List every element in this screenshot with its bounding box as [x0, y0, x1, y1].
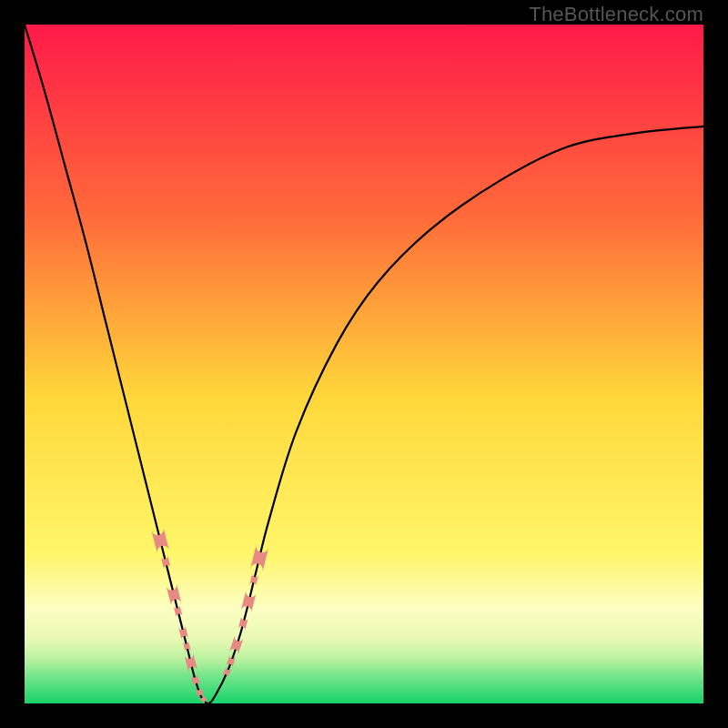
- chart-frame: TheBottleneck.com: [0, 0, 728, 728]
- plot-area: [25, 25, 703, 703]
- watermark-text: TheBottleneck.com: [529, 3, 703, 26]
- gradient-background: [25, 25, 703, 703]
- bottleneck-chart: [25, 25, 703, 703]
